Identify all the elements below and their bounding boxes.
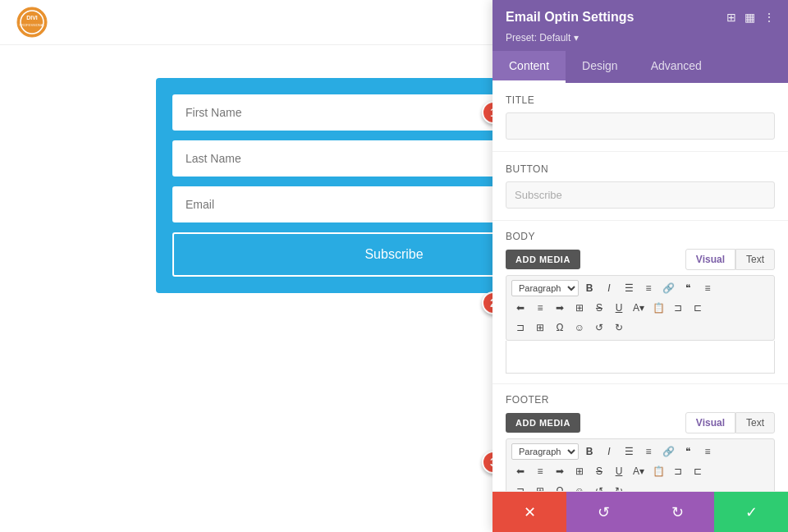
footer-add-media-button[interactable]: ADD MEDIA [506, 413, 580, 433]
tab-content[interactable]: Content [492, 51, 566, 83]
body-quote-icon[interactable]: ❝ [679, 279, 697, 297]
body-editor-toolbar: Paragraph B I ☰ ≡ 🔗 ❝ ≡ ⬅ ≡ ➡ ⊞ [506, 275, 775, 341]
body-color-icon[interactable]: A▾ [630, 299, 648, 317]
tab-design[interactable]: Design [566, 51, 635, 83]
footer-align-full-icon[interactable]: ≡ [699, 443, 717, 461]
footer-visual-tab[interactable]: Visual [685, 412, 735, 433]
body-align-center-icon[interactable]: ≡ [531, 299, 549, 317]
footer-underline-icon[interactable]: U [610, 462, 628, 480]
footer-emoji-icon[interactable]: ☺ [570, 482, 589, 491]
footer-text-tab[interactable]: Text [735, 412, 775, 433]
body-indent2-icon[interactable]: ⊐ [511, 319, 529, 337]
body-toolbar-row-2: ⬅ ≡ ➡ ⊞ S U A▾ 📋 ⊐ ⊏ [511, 299, 769, 317]
footer-editor-toolbar: Paragraph B I ☰ ≡ 🔗 ❝ ≡ ⬅ ≡ ➡ ⊞ [506, 438, 775, 491]
panel-title: Email Optin Settings [506, 10, 634, 25]
button-input[interactable] [506, 181, 775, 209]
settings-panel: Email Optin Settings ⊞ ▦ ⋮ Preset: Defau… [492, 0, 788, 532]
tab-advanced[interactable]: Advanced [635, 51, 718, 83]
cancel-button[interactable]: ✕ [492, 492, 566, 532]
body-paste-icon[interactable]: 📋 [649, 299, 667, 317]
body-visual-tab[interactable]: Visual [685, 249, 735, 270]
body-underline-icon[interactable]: U [610, 299, 628, 317]
body-ul-icon[interactable]: ☰ [620, 279, 638, 297]
body-bold-icon[interactable]: B [580, 279, 598, 297]
footer-paragraph-select[interactable]: Paragraph [511, 443, 579, 460]
footer-redo-icon[interactable]: ↻ [610, 482, 628, 491]
grid-icon[interactable]: ▦ [744, 11, 755, 24]
footer-fullscreen-icon[interactable]: ⊞ [531, 482, 549, 491]
body-ol-icon[interactable]: ≡ [639, 279, 657, 297]
body-omega-icon[interactable]: Ω [551, 319, 569, 337]
panel-footer: ✕ ↺ ↻ ✓ [492, 491, 788, 532]
footer-link-icon[interactable]: 🔗 [659, 443, 677, 461]
footer-bold-icon[interactable]: B [580, 443, 598, 461]
undo-button[interactable]: ↺ [566, 492, 640, 532]
body-strikethrough-icon[interactable]: S [590, 299, 608, 317]
title-input[interactable] [506, 112, 775, 140]
footer-strikethrough-icon[interactable]: S [590, 462, 608, 480]
body-align-right-icon[interactable]: ➡ [551, 299, 569, 317]
footer-italic-icon[interactable]: I [600, 443, 618, 461]
footer-align-center-icon[interactable]: ≡ [531, 462, 549, 480]
save-button[interactable]: ✓ [714, 492, 788, 532]
expand-icon[interactable]: ⊞ [726, 11, 736, 24]
body-redo-icon[interactable]: ↻ [610, 319, 628, 337]
footer-align-right-icon[interactable]: ➡ [551, 462, 569, 480]
body-italic-icon[interactable]: I [600, 279, 618, 297]
more-options-icon[interactable]: ⋮ [763, 11, 775, 24]
panel-header: Email Optin Settings ⊞ ▦ ⋮ Preset: Defau… [492, 0, 788, 51]
title-field: Title [492, 83, 788, 152]
footer-align-left-icon[interactable]: ⬅ [511, 462, 529, 480]
body-fullscreen-icon[interactable]: ⊞ [531, 319, 549, 337]
body-toolbar-row-1: Paragraph B I ☰ ≡ 🔗 ❝ ≡ [511, 279, 769, 297]
footer-ol-icon[interactable]: ≡ [639, 443, 657, 461]
redo-button[interactable]: ↻ [640, 492, 714, 532]
footer-color-icon[interactable]: A▾ [630, 462, 648, 480]
body-emoji-icon[interactable]: ☺ [570, 319, 589, 337]
footer-table-icon[interactable]: ⊞ [570, 462, 589, 480]
body-table-icon[interactable]: ⊞ [570, 299, 589, 317]
button-field: Button [492, 152, 788, 221]
footer-toolbar-row-2: ⬅ ≡ ➡ ⊞ S U A▾ 📋 ⊐ ⊏ [511, 462, 769, 480]
body-text-tab[interactable]: Text [735, 249, 775, 270]
body-editor-area[interactable] [506, 341, 775, 374]
body-paragraph-select[interactable]: Paragraph [511, 280, 579, 296]
body-undo-icon[interactable]: ↺ [590, 319, 608, 337]
body-align-left-icon[interactable]: ⬅ [511, 299, 529, 317]
footer-paste-icon[interactable]: 📋 [649, 462, 667, 480]
footer-toolbar-row-1: Paragraph B I ☰ ≡ 🔗 ❝ ≡ [511, 443, 769, 461]
svg-text:DIVI: DIVI [26, 15, 38, 21]
footer-visual-text-tabs: Visual Text [685, 412, 775, 433]
panel-header-icons: ⊞ ▦ ⋮ [726, 11, 775, 24]
svg-point-0 [17, 7, 47, 37]
footer-ul-icon[interactable]: ☰ [620, 443, 638, 461]
footer-toolbar-top: ADD MEDIA Visual Text [506, 412, 775, 433]
footer-editor-section: Footer ADD MEDIA Visual Text Paragraph B… [492, 384, 788, 491]
footer-outdent-icon[interactable]: ⊏ [689, 462, 707, 480]
footer-indent-icon[interactable]: ⊐ [669, 462, 687, 480]
logo-area: DIVI PROFESSIONAL [16, 7, 48, 38]
svg-text:PROFESSIONAL: PROFESSIONAL [19, 23, 45, 27]
body-outdent-icon[interactable]: ⊏ [689, 299, 707, 317]
body-toolbar-row-3: ⊐ ⊞ Ω ☺ ↺ ↻ [511, 319, 769, 337]
footer-indent2-icon[interactable]: ⊐ [511, 482, 529, 491]
title-label: Title [506, 94, 775, 106]
footer-label: Footer [506, 394, 775, 406]
body-editor-section: Body ADD MEDIA Visual Text Paragraph B I [492, 221, 788, 384]
panel-content: Title Button Body ADD MEDIA Visual Text [492, 83, 788, 491]
page-background: DIVI PROFESSIONAL Home Subscribe 1 2 3 [0, 0, 788, 532]
body-align-full-icon[interactable]: ≡ [699, 279, 717, 297]
footer-toolbar-row-3: ⊐ ⊞ Ω ☺ ↺ ↻ [511, 482, 769, 491]
body-visual-text-tabs: Visual Text [685, 249, 775, 270]
footer-omega-icon[interactable]: Ω [551, 482, 569, 491]
body-link-icon[interactable]: 🔗 [659, 279, 677, 297]
button-label: Button [506, 163, 775, 175]
footer-undo-icon[interactable]: ↺ [590, 482, 608, 491]
body-indent-icon[interactable]: ⊐ [669, 299, 687, 317]
divi-logo-icon: DIVI PROFESSIONAL [16, 7, 48, 38]
footer-quote-icon[interactable]: ❝ [679, 443, 697, 461]
body-add-media-button[interactable]: ADD MEDIA [506, 250, 580, 269]
panel-preset[interactable]: Preset: Default ▾ [506, 32, 579, 44]
panel-tabs: Content Design Advanced [492, 51, 788, 83]
body-label: Body [506, 231, 775, 242]
